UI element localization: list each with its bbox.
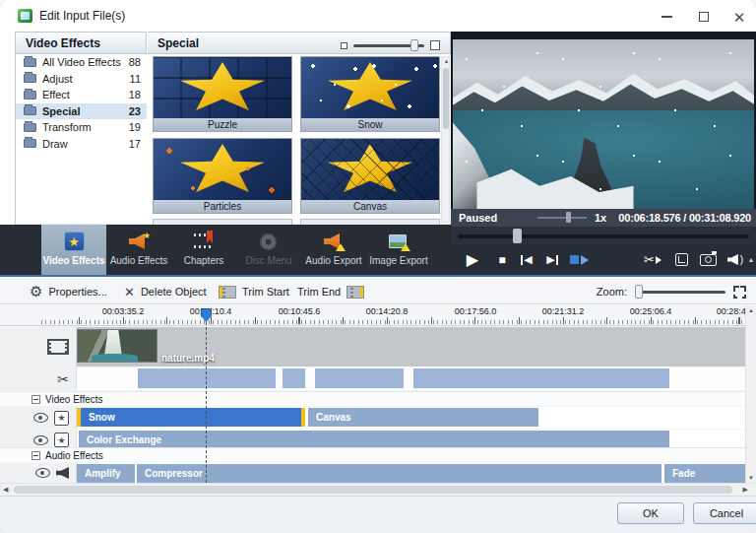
video-effects-section-header[interactable]: Video Effects (0, 391, 745, 406)
collapse-icon[interactable] (32, 395, 40, 404)
folder-icon (24, 123, 36, 132)
gallery-header: Special (148, 32, 451, 54)
scrollbar-thumb[interactable] (443, 68, 449, 129)
trim-start-button[interactable]: Trim Start (219, 279, 289, 304)
scroll-up-icon[interactable]: ▲ (746, 307, 756, 313)
play-icon: ▶ (467, 250, 478, 269)
split-button[interactable]: ✂ (638, 244, 667, 275)
scroll-up-icon[interactable]: ▲ (443, 58, 450, 64)
play-button[interactable]: ▶ (459, 244, 486, 275)
effect-bar-compressor[interactable]: Compressor (137, 464, 662, 483)
fullscreen-button[interactable] (669, 244, 693, 275)
tab-chapters[interactable]: Chapters (171, 225, 236, 275)
video-preview-panel: Paused 1x 00:06:18.576 / 00:31:08.920 ▶ … (451, 32, 756, 277)
app-icon (18, 9, 32, 23)
visibility-toggle-icon[interactable] (33, 435, 48, 445)
minimize-icon (662, 16, 672, 18)
video-track[interactable]: nature.mp4 (77, 327, 745, 366)
timeline-ruler[interactable]: 00:03:35.2 00:07:10.4 00:10:45.6 00:14:2… (0, 305, 745, 326)
effect-row: Snow Canvas (77, 407, 745, 429)
speed-slider-thumb[interactable] (566, 212, 571, 223)
properties-button[interactable]: ⚙ Properties... (30, 279, 107, 304)
effect-categories-list: All Video Effects 88 Adjust 11 Effect 18… (15, 54, 147, 225)
effect-thumbnail-canvas[interactable]: Canvas (300, 138, 440, 214)
dialog-footer: OK Cancel (0, 496, 756, 533)
maximize-button[interactable] (689, 8, 719, 26)
volume-popup-caret[interactable]: ▲ (746, 244, 756, 275)
category-draw[interactable]: Draw 17 (16, 136, 147, 153)
playback-status-bar: Paused 1x 00:06:18.576 / 00:31:08.920 (451, 209, 756, 227)
folder-icon (24, 139, 36, 148)
thumbnail-size-control (341, 39, 440, 51)
visibility-toggle-icon[interactable] (35, 468, 50, 478)
timeline-vertical-scrollbar[interactable]: ▲ ▼ (745, 305, 756, 483)
trim-segment[interactable] (413, 368, 669, 388)
speed-slider[interactable] (537, 217, 587, 219)
category-transform[interactable]: Transform 19 (16, 119, 147, 136)
maximize-icon (699, 12, 709, 22)
audio-export-icon (322, 231, 346, 252)
category-special[interactable]: Special 23 (16, 103, 147, 120)
window-title: Edit Input File(s) (39, 9, 125, 23)
playhead-line (206, 322, 207, 483)
stop-button[interactable]: ■ (490, 244, 514, 275)
effect-bar-fade[interactable]: Fade (664, 464, 745, 483)
zoom-slider-thumb[interactable] (635, 285, 643, 299)
scroll-left-icon[interactable]: ◀ (3, 486, 8, 494)
effect-bar-amplify[interactable]: Amplify (77, 464, 135, 483)
folder-icon (24, 91, 36, 100)
scroll-right-icon[interactable]: ▶ (743, 486, 748, 494)
seek-thumb[interactable] (513, 229, 522, 243)
close-button[interactable]: ✕ (724, 8, 754, 26)
minimize-button[interactable] (652, 8, 681, 26)
video-track-icon (47, 339, 69, 355)
collapse-icon[interactable] (32, 451, 40, 460)
scroll-down-icon[interactable]: ▼ (746, 475, 756, 481)
visibility-toggle-icon[interactable] (33, 413, 48, 423)
slider-thumb[interactable] (410, 39, 418, 51)
trim-segments-track[interactable] (77, 367, 745, 390)
effect-thumbnail-puzzle[interactable]: Puzzle (153, 56, 292, 132)
large-size-icon[interactable] (430, 40, 440, 50)
next-icon: ▶ (546, 253, 554, 266)
category-effect[interactable]: Effect 18 (16, 87, 147, 103)
playback-status: Paused (459, 212, 497, 224)
trim-segment[interactable] (315, 368, 404, 388)
clip-thumbnail[interactable] (77, 329, 158, 363)
ok-button[interactable]: OK (617, 502, 684, 524)
cancel-button[interactable]: Cancel (693, 502, 756, 524)
gear-icon: ⚙ (30, 283, 42, 300)
next-frame-button[interactable]: ▶ (539, 244, 565, 275)
tab-image-export[interactable]: Image Export (366, 225, 431, 275)
edit-input-files-dialog: Edit Input File(s) ✕ Video Effects All V… (0, 0, 756, 533)
tab-video-effects[interactable]: ★ Video Effects (41, 225, 106, 275)
delete-object-button[interactable]: ✕ Delete Object (124, 279, 207, 304)
effect-thumbnail-snow[interactable]: Snow (300, 56, 440, 132)
category-all-video-effects[interactable]: All Video Effects 88 (16, 54, 147, 71)
scrollbar-thumb[interactable] (14, 486, 732, 494)
trim-segment[interactable] (283, 368, 305, 388)
audio-effects-section-header[interactable]: Audio Effects (0, 447, 745, 462)
effect-bar-snow[interactable]: Snow (77, 408, 305, 427)
playback-controls: ▶ ■ ◀ ▶ ✂ ) ▲ (451, 244, 756, 275)
effect-thumbnail-particles[interactable]: Particles (153, 138, 292, 214)
trim-segment[interactable] (138, 368, 276, 388)
timeline-horizontal-scrollbar[interactable]: ◀ ▶ (0, 483, 756, 496)
previous-frame-button[interactable]: ◀ (514, 244, 539, 275)
snapshot-button[interactable] (695, 244, 721, 275)
seek-groove[interactable] (458, 234, 749, 238)
volume-button[interactable]: ) (723, 244, 748, 275)
tab-audio-export[interactable]: Audio Export (301, 225, 366, 275)
play-selection-button[interactable] (565, 244, 593, 275)
video-track-gutter (0, 327, 77, 366)
tab-audio-effects[interactable]: ★ Audio Effects (106, 225, 171, 275)
small-size-icon[interactable] (341, 42, 347, 49)
thumbnail-size-slider[interactable] (353, 39, 424, 51)
object-toolbar: ⚙ Properties... ✕ Delete Object Trim Sta… (0, 279, 756, 304)
fit-timeline-icon[interactable] (733, 286, 746, 299)
trim-end-button[interactable]: Trim End (297, 279, 364, 304)
effect-bar-canvas[interactable]: Canvas (308, 408, 538, 427)
category-adjust[interactable]: Adjust 11 (16, 71, 147, 88)
timeline-zoom-slider[interactable] (635, 285, 725, 299)
gallery-scrollbar[interactable]: ▲ (441, 56, 450, 223)
